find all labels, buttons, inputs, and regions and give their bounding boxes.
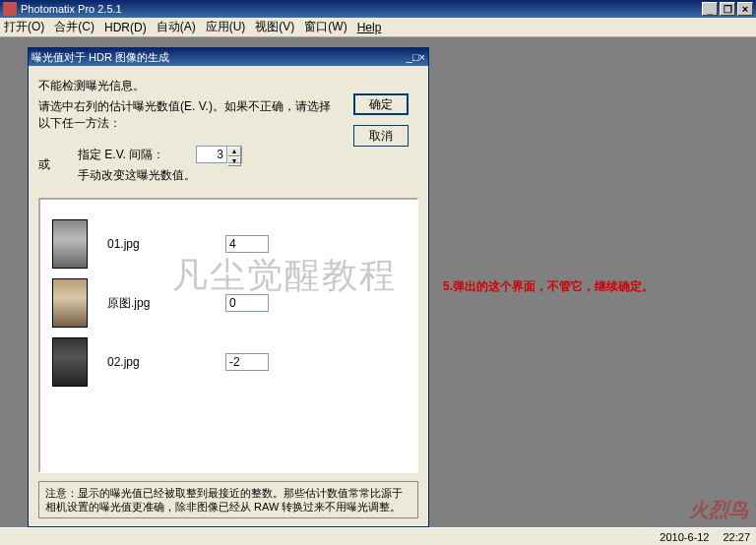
file-name: 原图.jpg	[107, 295, 225, 312]
ev-interval-spinner[interactable]: ▲ ▼	[196, 146, 242, 163]
dialog-titlebar: 曝光值对于 HDR 图像的生成 _ □ ×	[29, 48, 428, 66]
spin-down-icon[interactable]: ▼	[227, 156, 241, 166]
footnote: 注意：显示的曝光值已经被取整到最接近的整数。那些估计数值常常比源于相机设置的曝光…	[38, 481, 418, 518]
app-icon	[3, 2, 17, 16]
app-titlebar: Photomatix Pro 2.5.1 _ ❐ ×	[0, 0, 756, 18]
app-title: Photomatix Pro 2.5.1	[21, 3, 122, 15]
thumbnail	[52, 278, 88, 328]
menu-window[interactable]: 窗口(W)	[304, 19, 346, 35]
menu-apply[interactable]: 应用(U)	[206, 19, 246, 35]
file-name: 01.jpg	[107, 237, 225, 251]
file-ev-input[interactable]	[225, 294, 269, 312]
file-row: 02.jpg	[52, 337, 405, 387]
dialog-close-button[interactable]: ×	[419, 51, 425, 63]
dialog-maximize-button[interactable]: □	[412, 51, 419, 63]
maximize-button[interactable]: ❐	[720, 2, 735, 16]
workspace: 曝光值对于 HDR 图像的生成 _ □ × 确定 取消 不能检测曝光信息。 请选…	[0, 37, 756, 527]
annotation-text: 5.弹出的这个界面，不管它，继续确定。	[443, 278, 654, 295]
cancel-button[interactable]: 取消	[353, 125, 409, 147]
file-row: 01.jpg	[52, 219, 405, 269]
thumbnail	[52, 337, 88, 387]
file-name: 02.jpg	[107, 355, 225, 369]
ev-dialog: 曝光值对于 HDR 图像的生成 _ □ × 确定 取消 不能检测曝光信息。 请选…	[28, 47, 429, 527]
manual-label: 手动改变这曝光数值。	[78, 167, 196, 184]
file-row: 原图.jpg	[52, 278, 405, 328]
file-ev-input[interactable]	[225, 235, 269, 253]
status-time: 22:27	[723, 531, 750, 543]
menu-bar: 打开(O) 合并(C) HDR(D) 自动(A) 应用(U) 视图(V) 窗口(…	[0, 18, 756, 37]
status-date: 2010-6-12	[660, 531, 709, 543]
file-ev-input[interactable]	[225, 353, 269, 371]
menu-view[interactable]: 视图(V)	[255, 19, 294, 35]
spin-up-icon[interactable]: ▲	[227, 147, 241, 156]
menu-open[interactable]: 打开(O)	[4, 19, 44, 35]
menu-merge[interactable]: 合并(C)	[54, 19, 94, 35]
info-line-1: 不能检测曝光信息。	[38, 78, 418, 94]
dialog-title: 曝光值对于 HDR 图像的生成	[32, 50, 169, 65]
menu-automate[interactable]: 自动(A)	[157, 19, 196, 35]
menu-help[interactable]: Help	[357, 21, 382, 34]
ev-interval-input[interactable]	[197, 147, 226, 162]
thumbnail	[52, 219, 88, 269]
brand-logo: 火烈鸟	[689, 497, 748, 523]
ev-interval-label: 指定 E.V. 间隔：	[78, 147, 196, 163]
info-line-2: 请选中右列的估计曝光数值(E. V.)。如果不正确，请选择以下任一方法：	[38, 98, 334, 132]
minimize-button[interactable]: _	[702, 2, 718, 16]
ok-button[interactable]: 确定	[353, 93, 409, 115]
file-list: 01.jpg 原图.jpg 02.jpg	[38, 198, 418, 473]
menu-hdr[interactable]: HDR(D)	[104, 21, 147, 34]
close-button[interactable]: ×	[737, 2, 753, 16]
taskbar: 2010-6-12 22:27	[0, 527, 756, 545]
or-label: 或	[38, 156, 58, 173]
